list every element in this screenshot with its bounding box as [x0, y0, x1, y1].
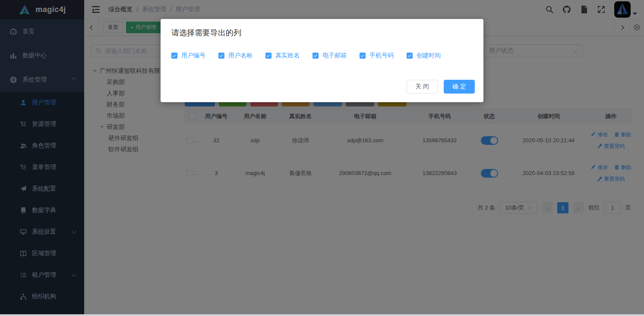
checkbox-checked-icon[interactable]	[407, 53, 413, 59]
export-columns-dialog: 请选择需要导出的列 用户编号 用户名称 真实姓名 电子邮箱 手机号码	[161, 19, 483, 102]
checkbox-checked-icon[interactable]	[265, 53, 271, 59]
confirm-button[interactable]: 确 定	[444, 80, 475, 94]
column-checkbox-item[interactable]: 用户名称	[218, 52, 253, 59]
screen: magic4j 首页 数据中心 系统管理	[0, 0, 644, 316]
export-column-options: 用户编号 用户名称 真实姓名 电子邮箱 手机号码 创建时间	[171, 52, 454, 59]
dialog-title: 请选择需要导出的列	[171, 28, 241, 38]
column-checkbox-item[interactable]: 用户编号	[171, 52, 205, 59]
checkbox-label: 真实姓名	[275, 52, 300, 59]
column-checkbox-item[interactable]: 手机号码	[360, 52, 394, 59]
checkbox-label: 电子邮箱	[322, 52, 347, 59]
checkbox-checked-icon[interactable]	[313, 53, 319, 59]
dialog-footer: 关 闭 确 定	[407, 80, 475, 94]
checkbox-label: 创建时间	[417, 52, 441, 59]
horizontal-scrollbar[interactable]	[0, 314, 644, 316]
checkbox-checked-icon[interactable]	[171, 53, 177, 59]
close-button[interactable]: 关 闭	[407, 80, 438, 94]
checkbox-checked-icon[interactable]	[218, 53, 224, 59]
column-checkbox-item[interactable]: 电子邮箱	[313, 52, 347, 59]
checkbox-label: 用户名称	[228, 52, 253, 59]
checkbox-checked-icon[interactable]	[360, 53, 366, 59]
checkbox-label: 手机号码	[369, 52, 394, 59]
column-checkbox-item[interactable]: 真实姓名	[265, 52, 300, 59]
column-checkbox-item[interactable]: 创建时间	[407, 52, 441, 59]
checkbox-label: 用户编号	[181, 52, 205, 59]
